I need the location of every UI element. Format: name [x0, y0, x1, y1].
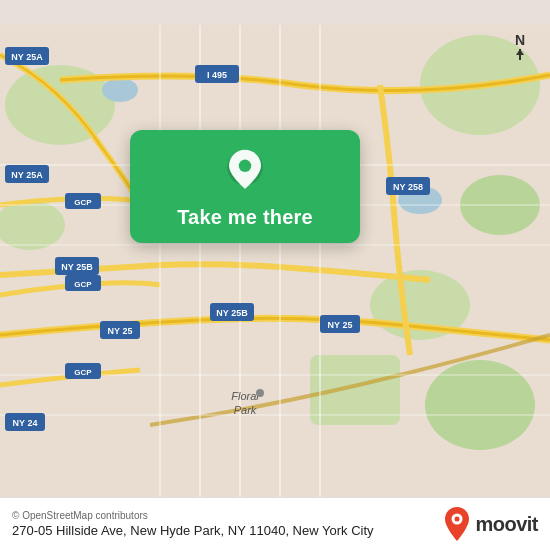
svg-text:GCP: GCP	[74, 368, 92, 377]
svg-text:NY 258: NY 258	[393, 182, 423, 192]
svg-text:GCP: GCP	[74, 280, 92, 289]
svg-text:GCP: GCP	[74, 198, 92, 207]
address-block: © OpenStreetMap contributors 270-05 Hill…	[12, 510, 374, 538]
svg-text:I 495: I 495	[207, 70, 227, 80]
svg-text:Floral: Floral	[231, 390, 259, 402]
svg-text:NY 25A: NY 25A	[11, 170, 43, 180]
attribution-text: © OpenStreetMap contributors	[12, 510, 374, 521]
location-pin-icon	[221, 148, 269, 196]
moovit-logo: moovit	[443, 506, 538, 542]
svg-point-53	[455, 517, 460, 522]
take-me-there-card[interactable]: Take me there	[130, 130, 360, 243]
bottom-bar: © OpenStreetMap contributors 270-05 Hill…	[0, 497, 550, 550]
svg-text:NY 25: NY 25	[328, 320, 353, 330]
svg-text:NY 24: NY 24	[13, 418, 38, 428]
svg-text:NY 25A: NY 25A	[11, 52, 43, 62]
svg-point-51	[239, 160, 251, 172]
map-background: I 495 NY 25A NY 25A GCP GCP GCP NY 258 N…	[0, 0, 550, 550]
svg-text:N: N	[515, 32, 525, 48]
moovit-pin-icon	[443, 506, 471, 542]
map-container: I 495 NY 25A NY 25A GCP GCP GCP NY 258 N…	[0, 0, 550, 550]
svg-text:NY 25B: NY 25B	[216, 308, 248, 318]
svg-text:NY 25: NY 25	[108, 326, 133, 336]
take-me-there-label: Take me there	[177, 206, 313, 229]
svg-point-8	[102, 78, 138, 102]
svg-point-46	[256, 389, 264, 397]
address-text: 270-05 Hillside Ave, New Hyde Park, NY 1…	[12, 523, 374, 538]
svg-text:NY 25B: NY 25B	[61, 262, 93, 272]
moovit-text: moovit	[475, 513, 538, 536]
svg-text:Park: Park	[234, 404, 257, 416]
svg-point-6	[425, 360, 535, 450]
